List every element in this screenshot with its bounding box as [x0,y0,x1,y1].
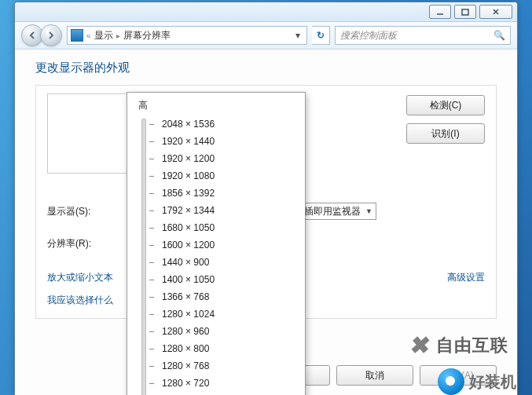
resolution-option[interactable]: 1680 × 1050 [149,219,297,236]
resolution-option[interactable]: 1280 × 1024 [149,305,297,323]
resolution-option[interactable]: 1600 × 1200 [149,236,297,254]
slider-high-label: 高 [138,99,297,112]
chevron-down-icon: ▼ [365,207,372,215]
resolution-option[interactable]: 1400 × 1050 [149,271,297,288]
resolution-option[interactable]: 1920 × 1440 [149,133,297,150]
resolution-option[interactable]: 2048 × 1536 [149,115,297,133]
breadcrumb-item[interactable]: 屏幕分辨率 [123,29,171,42]
breadcrumb-chevron-icon: « [86,31,91,40]
resolution-option[interactable]: 1152 × 864 [149,392,297,395]
apply-button[interactable]: 应用(A) [420,365,497,386]
which-setting-link[interactable]: 我应该选择什么 [47,294,113,307]
resolution-option[interactable]: 1792 × 1344 [149,202,297,219]
slider-track[interactable] [138,115,149,395]
resolution-option[interactable]: 1440 × 900 [149,254,297,271]
refresh-button[interactable]: ↻ [312,26,330,45]
resolution-option[interactable]: 1280 × 800 [149,340,297,357]
titlebar [15,2,517,22]
resolution-slider-popup[interactable]: 高 2048 × 15361920 × 14401920 × 12001920 … [127,92,306,395]
toolbar: « 显示 ▸ 屏幕分辨率 ▾ ↻ 搜索控制面板 🔍 [15,22,517,49]
breadcrumb-chevron-icon: ▸ [116,31,120,40]
resolution-option[interactable]: 1856 × 1392 [149,185,297,202]
text-size-link[interactable]: 放大或缩小文本 [47,271,113,284]
search-icon[interactable]: 🔍 [493,30,505,41]
close-button[interactable] [479,5,512,19]
resolution-option[interactable]: 1920 × 1200 [149,150,297,167]
resolution-option[interactable]: 1920 × 1080 [149,167,297,185]
identify-button[interactable]: 识别(I) [406,123,485,144]
address-dropdown-icon[interactable]: ▾ [292,30,303,41]
svg-rect-1 [462,9,468,15]
control-panel-icon [71,29,83,42]
nav-buttons [21,24,62,46]
breadcrumb-item[interactable]: 显示 [94,29,113,42]
forward-button[interactable] [40,24,62,46]
control-panel-window: « 显示 ▸ 屏幕分辨率 ▾ ↻ 搜索控制面板 🔍 更改显示器的外观 检测(C)… [14,2,518,395]
advanced-settings-link[interactable]: 高级设置 [447,271,485,307]
resolution-option[interactable]: 1280 × 960 [149,323,297,340]
detect-button[interactable]: 检测(C) [406,95,485,115]
maximize-button[interactable] [454,5,476,19]
cancel-button[interactable]: 取消 [336,365,413,386]
resolution-option[interactable]: 1280 × 768 [149,357,297,375]
search-input[interactable]: 搜索控制面板 🔍 [335,26,511,45]
search-placeholder: 搜索控制面板 [340,29,397,42]
resolution-option[interactable]: 1280 × 720 [149,375,297,392]
resolution-option[interactable]: 1366 × 768 [149,288,297,305]
display-label: 显示器(S): [47,205,110,218]
page-title: 更改显示器的外观 [35,60,497,75]
resolution-options: 2048 × 15361920 × 14401920 × 12001920 × … [149,115,297,395]
address-bar[interactable]: « 显示 ▸ 屏幕分辨率 ▾ [67,26,307,45]
minimize-button[interactable] [429,5,451,19]
resolution-label: 分辨率(R): [47,237,110,251]
